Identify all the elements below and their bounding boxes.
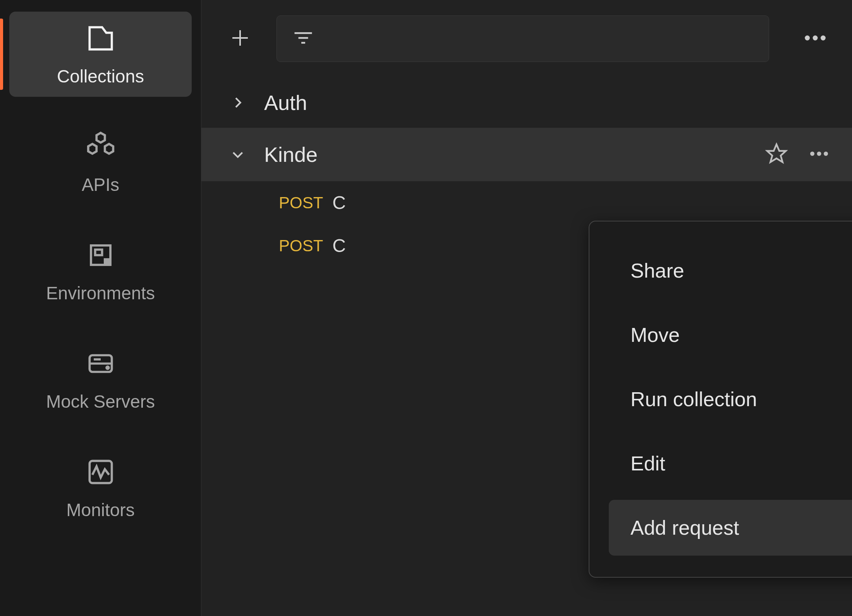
sidebar-item-mock-servers[interactable]: Mock Servers (9, 337, 192, 422)
more-horizontal-icon (802, 24, 829, 53)
collection-more-button[interactable] (806, 141, 833, 168)
collection-label: Kinde (264, 142, 746, 166)
sidebar: Collections APIs Environments (0, 0, 201, 616)
sidebar-item-apis[interactable]: APIs (9, 120, 192, 205)
filter-button[interactable] (288, 23, 319, 54)
favorite-button[interactable] (763, 141, 790, 168)
folder-icon (84, 22, 117, 55)
toolbar (201, 0, 852, 77)
sidebar-label: APIs (82, 174, 119, 195)
sidebar-item-collections[interactable]: Collections (9, 12, 192, 97)
context-menu: Share Move Run collection Edit Add reque… (589, 221, 852, 578)
menu-item-edit[interactable]: Edit (609, 436, 852, 491)
sidebar-label: Mock Servers (46, 391, 155, 412)
http-method-badge: POST (279, 237, 323, 255)
search-filter-container (277, 15, 769, 62)
svg-point-13 (805, 36, 810, 41)
menu-item-run-collection[interactable]: Run collection (609, 371, 852, 427)
svg-rect-2 (105, 259, 109, 264)
sidebar-item-monitors[interactable]: Monitors (9, 445, 192, 530)
main-panel: Auth Kinde (201, 0, 852, 616)
svg-point-18 (817, 152, 821, 156)
menu-item-add-request[interactable]: Add request (609, 500, 852, 556)
chevron-down-icon (228, 145, 247, 164)
request-name: C (332, 192, 346, 213)
menu-item-move[interactable]: Move (609, 307, 852, 363)
svg-point-19 (824, 152, 828, 156)
star-icon (765, 142, 788, 166)
svg-point-14 (813, 36, 818, 41)
activity-icon (84, 455, 117, 489)
collection-label: Auth (264, 91, 833, 115)
sidebar-label: Monitors (66, 499, 134, 520)
menu-item-share[interactable]: Share (609, 243, 852, 299)
svg-point-15 (821, 36, 826, 41)
http-method-badge: POST (279, 194, 323, 212)
sidebar-item-environments[interactable]: Environments (9, 228, 192, 314)
request-name: C (332, 235, 346, 256)
collection-item-kinde[interactable]: Kinde (201, 128, 852, 181)
svg-marker-16 (767, 144, 786, 162)
more-horizontal-icon (807, 142, 831, 167)
new-button[interactable] (225, 23, 256, 54)
svg-point-5 (106, 367, 109, 369)
sidebar-label: Collections (57, 66, 144, 87)
sidebar-label: Environments (46, 283, 155, 304)
filter-icon (292, 26, 315, 51)
chevron-right-icon (228, 93, 247, 112)
search-input[interactable] (319, 16, 769, 62)
environments-icon (84, 239, 117, 272)
svg-point-17 (810, 152, 814, 156)
more-options-button[interactable] (798, 21, 833, 56)
svg-rect-1 (95, 250, 102, 255)
hex-cluster-icon (84, 130, 117, 163)
request-item[interactable]: POST C (201, 181, 852, 224)
collection-item-auth[interactable]: Auth (201, 77, 852, 128)
server-icon (84, 347, 117, 380)
collection-actions (763, 141, 833, 168)
plus-icon (228, 26, 252, 51)
